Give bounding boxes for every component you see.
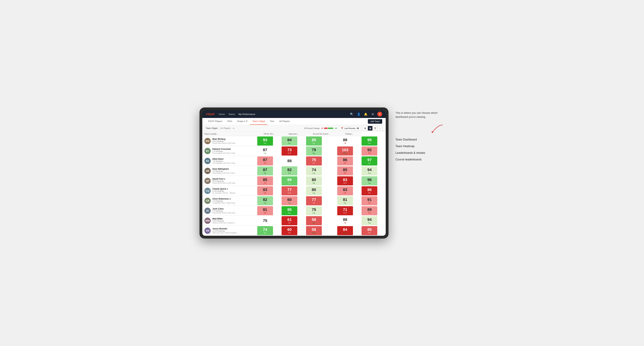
view-list-icon[interactable]: ↕ xyxy=(378,126,382,131)
tablet-screen: clippd Home Teams My Performance 🔍 👤 🔔 ⚙… xyxy=(202,110,386,236)
score-value: 86 xyxy=(367,188,372,192)
score-cell: 73 11▼ xyxy=(281,146,306,156)
annotation-panel: This is where you can choose which dashb… xyxy=(396,107,444,161)
score-value: 81 xyxy=(263,208,267,212)
score-cell: 91 3▼ xyxy=(361,196,386,206)
player-avatar: JC xyxy=(204,208,211,214)
avatar[interactable]: U xyxy=(377,112,382,117)
person-icon[interactable]: 👤 xyxy=(356,112,361,117)
score-value: 80 xyxy=(312,188,316,192)
score-cell: 74 1▲ xyxy=(306,166,337,176)
score-change: 3▼ xyxy=(312,162,315,164)
score-cell: 87 3▼ xyxy=(257,156,282,166)
player-cell: DF David Ford ● Plus Handicap Royal Nort… xyxy=(202,176,257,185)
score-cell: 95 8▲ xyxy=(281,206,306,216)
table-row[interactable]: MM Matt Miller 6-10 Handicap Woburn Golf… xyxy=(202,216,386,226)
bell-icon[interactable]: 🔔 xyxy=(363,112,368,117)
sub-nav-hcaps[interactable]: Hcaps 1-5 xyxy=(235,118,250,125)
score-cell: 85 3▼ xyxy=(257,176,282,186)
player-handicap: Plus Handicap xyxy=(212,180,255,182)
table-row[interactable]: DF David Ford ● Plus Handicap Royal Nort… xyxy=(202,176,386,186)
nav-my-performance[interactable]: My Performance xyxy=(238,112,255,116)
score-change: 3▼ xyxy=(264,192,266,194)
score-box: 80 1▲ xyxy=(306,186,322,195)
view-table-icon[interactable]: ▦ xyxy=(368,126,372,131)
top-nav: clippd Home Teams My Performance 🔍 👤 🔔 ⚙… xyxy=(202,110,386,118)
score-box: 58 10▲ xyxy=(306,226,322,235)
score-value: 83 xyxy=(343,188,347,192)
score-value: 88 xyxy=(287,159,292,163)
col-putting[interactable]: Putting ↓ xyxy=(337,132,362,136)
table-row[interactable]: BM Blair McHarg Plus Handicap Royal Nort… xyxy=(202,136,386,146)
edit-icon[interactable]: ✏ xyxy=(233,127,235,130)
player-club: Woburn Golf Club, United Kingdom xyxy=(212,222,237,224)
score-cell: 88 xyxy=(281,156,306,166)
player-name: Aaron Nicholls xyxy=(212,227,255,230)
table-row[interactable]: EC Edward Crossman 1-5 Handicap Sunningd… xyxy=(202,146,386,156)
team-count: | 14 Players xyxy=(220,127,231,130)
last-rounds-button[interactable]: 📅 Last Rounds: 20 xyxy=(339,126,361,130)
table-row[interactable]: CR Chris Robertson ● 1-5 Handicap Craigm… xyxy=(202,196,386,206)
settings-icon[interactable]: ⚙ xyxy=(370,112,375,117)
view-grid-icon[interactable]: ⊞ xyxy=(363,126,368,131)
add-team-button[interactable]: Add Team xyxy=(368,119,382,124)
score-change: 14▼ xyxy=(288,192,292,194)
score-change: 15▲ xyxy=(343,152,347,154)
score-change: 9▲ xyxy=(264,142,266,144)
col-approach[interactable]: Approach ↓ xyxy=(281,132,306,136)
table-row[interactable]: DB Dave Billingham 1-5 Handicap Gog Mago… xyxy=(202,166,386,176)
score-box: 83 6▼ xyxy=(337,186,353,195)
score-box: 84 21▲ xyxy=(337,226,353,235)
player-avatar: EE xyxy=(204,158,211,164)
team-name: Team Clippd xyxy=(206,127,218,130)
table-row[interactable]: EE Elliot Ebert 1-5 Handicap Sunningdale… xyxy=(202,156,386,166)
score-box: 74 1▲ xyxy=(306,166,322,175)
score-value: 80 xyxy=(312,178,316,182)
score-value: 73 xyxy=(287,148,292,152)
player-info: David Ford ● Plus Handicap Royal North D… xyxy=(212,178,255,184)
view-heatmap-icon[interactable]: ☰ xyxy=(373,126,377,131)
search-icon[interactable]: 🔍 xyxy=(349,112,354,117)
score-box: 79 9▲ xyxy=(306,147,322,156)
player-cell: DB Dave Billingham 1-5 Handicap Gog Mago… xyxy=(202,166,257,176)
sub-nav-tour[interactable]: Tour xyxy=(268,118,277,125)
col-around-green[interactable]: Around the Green ↓ xyxy=(306,132,337,136)
logo: clippd xyxy=(206,113,214,116)
sub-nav-team-clippd[interactable]: Team Clippd xyxy=(250,118,268,125)
player-avatar: MM xyxy=(204,218,211,224)
player-avatar: DF xyxy=(204,178,211,184)
score-cell: 77 14▼ xyxy=(281,186,306,196)
score-change: 4▲ xyxy=(264,172,266,174)
nav-home[interactable]: Home xyxy=(219,112,225,116)
score-value: 85 xyxy=(263,178,267,182)
score-value: 96 xyxy=(367,178,372,182)
score-box: 77 3▼ xyxy=(306,196,322,205)
sub-nav-pga[interactable]: PGA xyxy=(225,118,234,125)
score-box: 82 4▲ xyxy=(282,166,297,175)
score-box: 82 3▲ xyxy=(257,196,273,205)
score-value: 60 xyxy=(287,228,292,231)
score-change: 4▲ xyxy=(312,222,315,224)
nav-teams[interactable]: Teams xyxy=(228,112,235,116)
sub-nav-all-players[interactable]: All Players xyxy=(277,118,292,125)
col-player-quality[interactable]: Player Quality ↓ xyxy=(202,132,257,136)
score-value: 92 xyxy=(367,148,372,152)
score-box: 81 3▼ xyxy=(257,206,273,215)
score-cell: 103 15▲ xyxy=(337,146,362,156)
table-row[interactable]: AN Aaron Nicholls 11-15 Handicap Drift G… xyxy=(202,226,386,236)
score-change: 6▲ xyxy=(288,142,291,144)
score-cell: 88 2▼ xyxy=(337,216,362,226)
table-row[interactable]: JC Josh Coles 1-5 Handicap Royal North D… xyxy=(202,206,386,216)
score-cell: 74 8▲ xyxy=(257,226,282,236)
sub-nav-pgat[interactable]: PGAT Players xyxy=(206,118,225,125)
player-cell: CQ Charlie Quick ● 6-10 Handicap St. Geo… xyxy=(202,186,257,195)
option-course-leaderboards: Course leaderboards xyxy=(396,158,444,161)
score-box: 75 xyxy=(257,216,273,225)
score-value: 71 xyxy=(343,208,347,212)
score-cell: 84 21▲ xyxy=(337,226,362,236)
option-team-heatmap: Team Heatmap xyxy=(396,145,444,148)
table-row[interactable]: CQ Charlie Quick ● 6-10 Handicap St. Geo… xyxy=(202,186,386,196)
col-off-tee[interactable]: Off the Tee ↓ xyxy=(257,132,282,136)
score-value: 79 xyxy=(312,148,316,152)
score-box: 77 14▼ xyxy=(282,186,297,195)
